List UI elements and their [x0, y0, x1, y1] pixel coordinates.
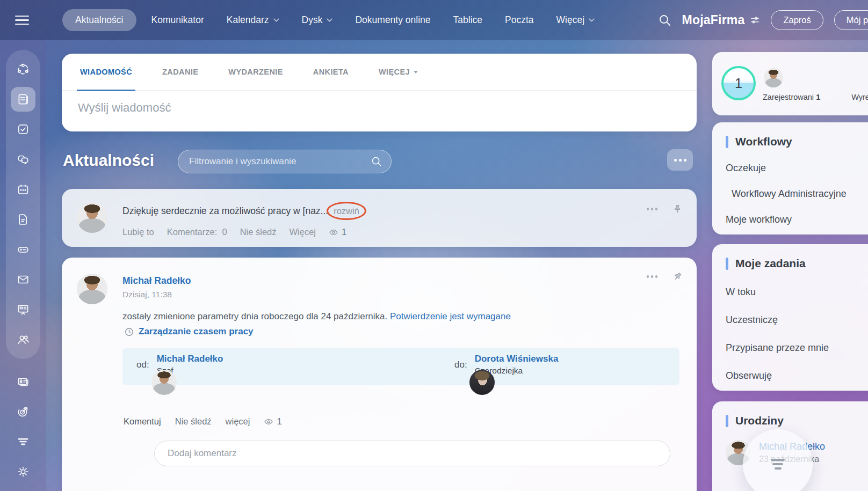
- nav-item-online-docs[interactable]: Dokumenty online: [348, 9, 438, 31]
- menu-hamburger-icon[interactable]: [10, 10, 34, 31]
- section-title: Moje zadania: [735, 257, 806, 270]
- unfollow-button[interactable]: Nie śledź: [240, 227, 277, 237]
- from-to-box: od: Michał Radełko Szef do: Dorota Wiśni…: [122, 348, 679, 385]
- search-icon[interactable]: [371, 156, 382, 167]
- post-actions: Komentuj Nie śledź więcej 1: [124, 416, 282, 427]
- workflows-item-pending[interactable]: Oczekuje: [726, 163, 868, 174]
- nav-item-label: Komunikator: [151, 14, 204, 26]
- post-author-link[interactable]: Michał Radełko: [122, 275, 191, 287]
- feed-filter-input[interactable]: [189, 150, 366, 173]
- tasks-item-participating[interactable]: Uczestniczę: [726, 314, 868, 326]
- to-person-link[interactable]: Dorota Wiśniewska: [475, 354, 559, 364]
- workflows-item-mine[interactable]: Moje workflowy: [726, 214, 868, 225]
- brand-settings-sliders-icon[interactable]: [750, 15, 760, 25]
- nav-item-label: Dysk: [302, 14, 323, 26]
- page-title: Aktualności: [63, 151, 154, 170]
- nav-item-news[interactable]: Aktualności: [62, 9, 136, 31]
- lines-icon: [771, 459, 785, 470]
- avatar[interactable]: [469, 370, 495, 395]
- sidebar-item-documents-icon[interactable]: [11, 207, 35, 232]
- avatar[interactable]: [764, 68, 783, 87]
- tasks-item-following[interactable]: Obserwuję: [726, 370, 868, 382]
- nav-item-more[interactable]: Więcej: [549, 9, 603, 31]
- brand-title: MojaFirma: [682, 13, 761, 27]
- sidebar-item-marketing-target-icon[interactable]: [11, 399, 35, 424]
- post-menu-button[interactable]: [647, 275, 658, 278]
- sidebar-item-chats-icon[interactable]: [11, 147, 35, 172]
- nav-item-label: Aktualności: [75, 14, 124, 26]
- avatar[interactable]: [151, 370, 177, 395]
- registered-count: 1: [816, 93, 820, 101]
- pinned-post-corner: [647, 204, 683, 214]
- section-bar: [726, 415, 728, 427]
- like-button[interactable]: Lubię to: [122, 227, 154, 237]
- nav-item-boards[interactable]: Tablice: [446, 9, 490, 31]
- pin-icon[interactable]: [672, 204, 683, 214]
- views-count: 1: [277, 416, 281, 427]
- expand-link[interactable]: rozwiń: [334, 206, 359, 216]
- sidebar-item-calendar-icon[interactable]: [11, 177, 35, 202]
- workflows-item-admin[interactable]: Workflowy Administracyjne: [726, 188, 868, 200]
- send-message-input[interactable]: [78, 101, 669, 115]
- workflows-widget: Workflowy Oczekuje Workflowy Administrac…: [712, 122, 868, 234]
- sidebar-item-whiteboard-icon[interactable]: [11, 297, 35, 322]
- more-button[interactable]: Więcej: [290, 227, 316, 237]
- sidebar-item-mail-icon[interactable]: [11, 267, 35, 292]
- eye-icon: [329, 228, 338, 237]
- sidebar-item-vibe-icon[interactable]: [11, 57, 35, 82]
- nav-item-label: Kalendarz: [227, 14, 269, 26]
- add-comment-input[interactable]: [155, 441, 670, 466]
- comment-input-wrap: [154, 441, 670, 466]
- worktime-attachment-link[interactable]: Zarządzanie czasem pracy: [125, 326, 254, 337]
- top-navbar: Aktualności Komunikator Kalendarz Dysk D…: [0, 0, 868, 40]
- post-menu-button[interactable]: [647, 208, 658, 210]
- registered-label: Zarejestrowani: [763, 93, 814, 101]
- confirmation-required-link[interactable]: Potwierdzenie jest wymagane: [390, 311, 511, 321]
- avatar[interactable]: [77, 202, 107, 233]
- nav-item-messenger[interactable]: Komunikator: [144, 9, 212, 31]
- tab-label: ANKIETA: [313, 68, 349, 76]
- from-person-link[interactable]: Michał Radełko: [157, 354, 223, 364]
- nav-item-calendar[interactable]: Kalendarz: [219, 9, 287, 31]
- my-tasks-heading: Moje zadania: [726, 257, 868, 270]
- chevron-down-icon: [589, 18, 595, 23]
- checkin-widget[interactable]: 1 Zarejestrowani 1 Wyre: [712, 52, 868, 115]
- tab-event[interactable]: WYDARZENIE: [228, 54, 283, 90]
- sidebar-item-drive-icon[interactable]: [11, 237, 35, 262]
- chevron-down-icon: [327, 18, 332, 23]
- pin-icon[interactable]: [672, 272, 683, 282]
- sidebar-item-tasks-icon[interactable]: [11, 117, 35, 142]
- invite-button[interactable]: Zaproś: [771, 10, 823, 30]
- comment-button[interactable]: Komentuj: [124, 416, 161, 427]
- tab-more[interactable]: WIĘCEJ: [379, 54, 418, 90]
- nav-item-label: Więcej: [556, 14, 585, 26]
- sidebar-item-settings-gear-icon[interactable]: [11, 459, 35, 484]
- comments-count-label[interactable]: Komentarze: 0: [167, 227, 227, 237]
- sidebar-item-funnel-icon[interactable]: [11, 429, 35, 454]
- my-plan-button[interactable]: Mój pla: [834, 10, 868, 30]
- post-composer-card: WIADOMOŚĆ ZADANIE WYDARZENIE ANKIETA WIĘ…: [62, 54, 697, 131]
- nav-item-mail[interactable]: Poczta: [497, 9, 541, 31]
- checkin-gauge[interactable]: 1: [721, 66, 756, 100]
- nav-item-label: Dokumenty online: [355, 14, 430, 26]
- tasks-item-assigned-by-me[interactable]: Przypisane przeze mnie: [726, 342, 868, 354]
- post-body: zostały zmienione parametry dnia robocze…: [122, 311, 681, 322]
- post-timestamp: Dzisiaj, 11:38: [122, 290, 172, 299]
- tab-label: ZADANIE: [162, 68, 198, 76]
- tab-message[interactable]: WIADOMOŚĆ: [80, 54, 132, 90]
- tab-task[interactable]: ZADANIE: [162, 54, 198, 90]
- sidebar-item-crm-icon[interactable]: [11, 369, 35, 394]
- feed-options-button[interactable]: [667, 149, 693, 171]
- nav-item-drive[interactable]: Dysk: [294, 9, 341, 31]
- more-button[interactable]: więcej: [226, 416, 250, 427]
- chevron-down-icon: [273, 18, 279, 23]
- sidebar-item-newsfeed-icon[interactable]: [11, 87, 35, 112]
- avatar: [77, 274, 107, 304]
- unfollow-button[interactable]: Nie śledź: [175, 416, 212, 427]
- search-icon[interactable]: [659, 14, 671, 27]
- from-group: od: Michał Radełko Szef: [136, 354, 223, 376]
- tasks-item-in-progress[interactable]: W toku: [726, 287, 868, 298]
- sidebar-item-employees-icon[interactable]: [11, 327, 35, 352]
- tab-poll[interactable]: ANKIETA: [313, 54, 349, 90]
- pinned-post[interactable]: Dziękuję serdecznie za możliwość pracy w…: [62, 189, 697, 247]
